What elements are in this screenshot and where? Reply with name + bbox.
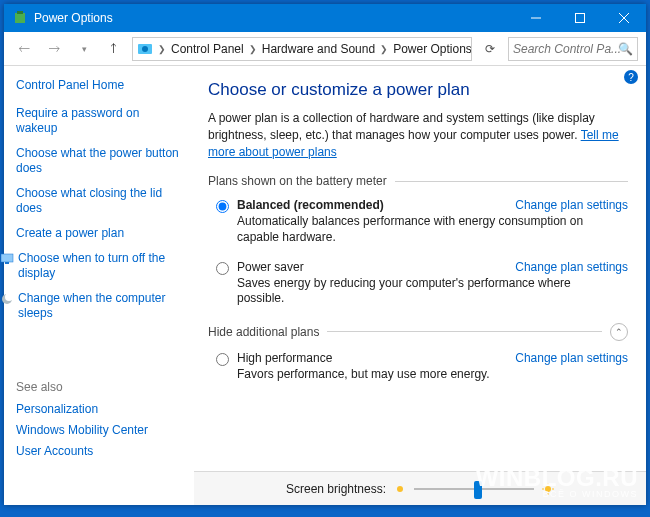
sidebar: Control Panel Home Require a password on… <box>4 66 194 505</box>
plan-radio-balanced[interactable] <box>216 200 229 213</box>
change-plan-settings-link[interactable]: Change plan settings <box>515 260 628 274</box>
see-also-section: See also Personalization Windows Mobilit… <box>16 380 186 465</box>
plan-power-saver: Power saver Change plan settings Saves e… <box>208 260 628 317</box>
collapse-icon[interactable]: ⌃ <box>610 323 628 341</box>
divider <box>327 331 602 332</box>
breadcrumb-item[interactable]: Control Panel <box>171 42 244 56</box>
plan-radio-high-performance[interactable] <box>216 353 229 366</box>
sidebar-link-lid[interactable]: Choose what closing the lid does <box>16 186 182 216</box>
page-heading: Choose or customize a power plan <box>208 80 628 100</box>
plan-description: Automatically balances performance with … <box>237 214 597 245</box>
plan-balanced: Balanced (recommended) Change plan setti… <box>208 198 628 255</box>
svg-rect-1 <box>17 11 23 14</box>
chevron-right-icon: ❯ <box>377 44 391 54</box>
sidebar-item-label: Change when the computer sleeps <box>18 291 182 321</box>
moon-icon <box>0 292 14 306</box>
brightness-bar: Screen brightness: <box>194 471 646 505</box>
window-title: Power Options <box>34 11 113 25</box>
brightness-label: Screen brightness: <box>286 482 386 496</box>
svg-rect-3 <box>576 14 585 23</box>
plan-name: Balanced (recommended) <box>237 198 384 212</box>
sidebar-link-create-plan[interactable]: Create a power plan <box>16 226 182 241</box>
control-panel-icon <box>137 41 153 57</box>
close-button[interactable] <box>602 4 646 32</box>
svg-rect-8 <box>1 254 13 262</box>
maximize-button[interactable] <box>558 4 602 32</box>
chevron-right-icon: ❯ <box>155 44 169 54</box>
titlebar: Power Options <box>4 4 646 32</box>
svg-rect-0 <box>15 13 25 23</box>
change-plan-settings-link[interactable]: Change plan settings <box>515 198 628 212</box>
search-input[interactable] <box>513 42 633 56</box>
minimize-button[interactable] <box>514 4 558 32</box>
search-icon: 🔍 <box>618 42 633 56</box>
forward-button[interactable]: 🡒 <box>42 37 66 61</box>
sidebar-link-sleep[interactable]: Change when the computer sleeps <box>0 291 182 321</box>
see-also-heading: See also <box>16 380 186 394</box>
sidebar-link-display-off[interactable]: Choose when to turn off the display <box>0 251 182 281</box>
section-plans-shown: Plans shown on the battery meter <box>208 174 628 188</box>
sidebar-item-label: Choose when to turn off the display <box>18 251 182 281</box>
window: Power Options 🡐 🡒 ▾ 🡑 ❯ Control Panel ❯ … <box>4 4 646 505</box>
sidebar-link-password[interactable]: Require a password on wakeup <box>16 106 182 136</box>
page-description: A power plan is a collection of hardware… <box>208 110 628 160</box>
sidebar-link-power-button[interactable]: Choose what the power button does <box>16 146 182 176</box>
breadcrumb-item[interactable]: Power Options <box>393 42 472 56</box>
help-icon[interactable]: ? <box>624 70 638 84</box>
change-plan-settings-link[interactable]: Change plan settings <box>515 351 628 365</box>
plan-description: Favors performance, but may use more ene… <box>237 367 597 383</box>
plan-radio-power-saver[interactable] <box>216 262 229 275</box>
section-hide-additional: Hide additional plans ⌃ <box>208 323 628 341</box>
sun-dim-icon <box>394 483 406 495</box>
breadcrumb-item[interactable]: Hardware and Sound <box>262 42 375 56</box>
navbar: 🡐 🡒 ▾ 🡑 ❯ Control Panel ❯ Hardware and S… <box>4 32 646 66</box>
up-button[interactable]: 🡑 <box>102 37 126 61</box>
monitor-icon <box>0 252 14 266</box>
recent-dropdown[interactable]: ▾ <box>72 37 96 61</box>
section-title: Hide additional plans <box>208 325 319 339</box>
see-also-personalization[interactable]: Personalization <box>16 402 186 417</box>
see-also-user-accounts[interactable]: User Accounts <box>16 444 186 459</box>
sun-bright-icon <box>542 483 554 495</box>
refresh-button[interactable]: ⟳ <box>478 37 502 61</box>
breadcrumb[interactable]: ❯ Control Panel ❯ Hardware and Sound ❯ P… <box>132 37 472 61</box>
brightness-slider[interactable] <box>414 479 534 499</box>
content: ? Choose or customize a power plan A pow… <box>194 66 646 505</box>
control-panel-home-link[interactable]: Control Panel Home <box>16 78 182 92</box>
back-button[interactable]: 🡐 <box>12 37 36 61</box>
plan-name: High performance <box>237 351 332 365</box>
body: Control Panel Home Require a password on… <box>4 66 646 505</box>
see-also-mobility-center[interactable]: Windows Mobility Center <box>16 423 186 438</box>
svg-point-12 <box>397 486 403 492</box>
svg-point-13 <box>545 486 551 492</box>
svg-point-11 <box>5 293 13 301</box>
chevron-right-icon: ❯ <box>246 44 260 54</box>
plan-description: Saves energy by reducing your computer's… <box>237 276 597 307</box>
svg-point-7 <box>142 46 148 52</box>
section-title: Plans shown on the battery meter <box>208 174 387 188</box>
app-icon <box>12 10 28 26</box>
slider-thumb[interactable] <box>474 481 482 499</box>
plan-high-performance: High performance Change plan settings Fa… <box>208 351 628 393</box>
search-box[interactable]: 🔍 <box>508 37 638 61</box>
divider <box>395 181 628 182</box>
svg-rect-9 <box>5 262 9 264</box>
plan-name: Power saver <box>237 260 304 274</box>
description-text: A power plan is a collection of hardware… <box>208 111 595 142</box>
